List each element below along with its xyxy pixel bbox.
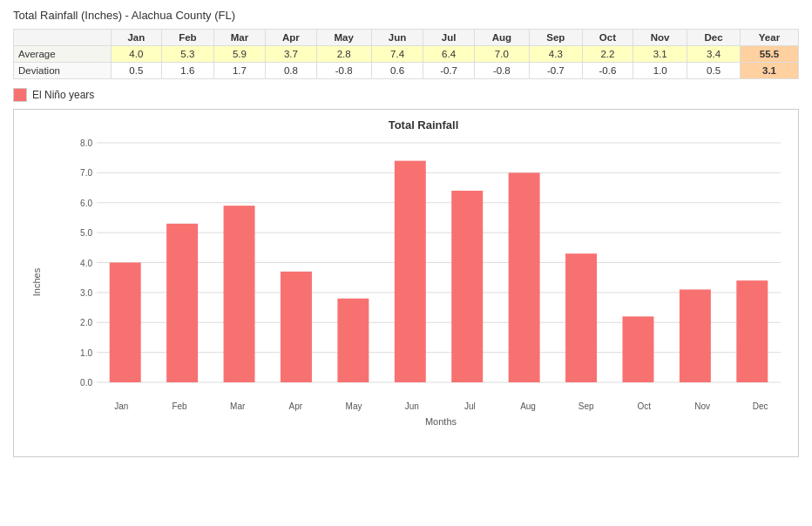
x-label-Aug: Aug [499, 401, 558, 411]
cell-9: -0.6 [582, 63, 633, 79]
bar-Dec [736, 280, 768, 382]
table-header-Feb: Feb [162, 30, 214, 46]
svg-text:6.0: 6.0 [80, 199, 92, 208]
table-header-Oct: Oct [582, 30, 633, 46]
cell-5: 0.6 [371, 63, 423, 79]
page-title: Total Rainfall (Inches) - Alachua County… [13, 9, 799, 22]
table-header-row: JanFebMarAprMayJunJulAugSepOctNovDecYear [14, 30, 799, 46]
bar-Apr [281, 272, 312, 382]
cell-5: 7.4 [371, 46, 423, 63]
x-labels-row: JanFebMarAprMayJunJulAugSepOctNovDec [92, 401, 789, 411]
cell-3: 0.8 [266, 63, 316, 79]
cell-3: 3.7 [266, 46, 316, 63]
cell-10: 1.0 [633, 63, 687, 79]
svg-text:1.0: 1.0 [80, 348, 92, 358]
x-label-Jan: Jan [92, 401, 151, 411]
table-header-Aug: Aug [474, 30, 529, 46]
cell-2: 5.9 [213, 46, 266, 63]
table-row-average: Average4.05.35.93.72.87.46.47.04.32.23.1… [14, 46, 799, 63]
table-header-Mar: Mar [213, 30, 266, 46]
table-header-label [14, 30, 112, 46]
bar-Aug [509, 172, 540, 382]
cell-6: 6.4 [423, 46, 474, 63]
cell-9: 2.2 [582, 46, 633, 63]
table-header-Jul: Jul [423, 30, 474, 46]
svg-text:8.0: 8.0 [80, 138, 92, 148]
x-label-Oct: Oct [615, 401, 673, 411]
cell-1: 1.6 [162, 63, 214, 79]
svg-text:4.0: 4.0 [80, 259, 92, 268]
x-label-Nov: Nov [673, 401, 732, 411]
svg-text:3.0: 3.0 [80, 288, 92, 298]
cell-8: -0.7 [529, 63, 582, 79]
cell-0: 4.0 [111, 46, 161, 63]
legend-label: El Niño years [32, 89, 94, 101]
chart-title: Total Rainfall [58, 118, 789, 132]
cell-2: 1.7 [213, 63, 266, 79]
bar-Feb [166, 224, 198, 382]
x-label-Jul: Jul [441, 401, 499, 411]
x-label-Dec: Dec [731, 401, 789, 411]
table-header-Sep: Sep [529, 30, 582, 46]
bar-Oct [622, 316, 653, 382]
bar-Nov [680, 289, 711, 382]
table-header-Jun: Jun [371, 30, 423, 46]
svg-text:7.0: 7.0 [80, 168, 92, 178]
x-label-Mar: Mar [208, 401, 267, 411]
cell-1: 5.3 [162, 46, 214, 63]
x-label-Jun: Jun [382, 401, 441, 411]
legend-color-box [13, 88, 27, 102]
cell-12: 3.1 [740, 63, 798, 79]
table-header-Year: Year [740, 30, 798, 46]
table-header-Nov: Nov [633, 30, 687, 46]
table-row-deviation: Deviation0.51.61.70.8-0.80.6-0.7-0.8-0.7… [14, 63, 799, 79]
legend: El Niño years [13, 88, 799, 102]
bar-Jan [110, 263, 141, 383]
cell-7: -0.8 [474, 63, 529, 79]
cell-4: 2.8 [316, 46, 371, 63]
bar-Jun [395, 161, 426, 382]
cell-10: 3.1 [633, 46, 687, 63]
table-body: Average4.05.35.93.72.87.46.47.04.32.23.1… [14, 46, 799, 79]
x-label-Sep: Sep [557, 401, 615, 411]
bar-Mar [224, 206, 255, 382]
table-header-Jan: Jan [111, 30, 161, 46]
row-label: Average [14, 46, 112, 63]
x-axis-label: Months [92, 416, 789, 427]
cell-7: 7.0 [474, 46, 529, 63]
bar-Sep [565, 253, 597, 382]
svg-text:5.0: 5.0 [80, 228, 92, 238]
table-header-Dec: Dec [687, 30, 741, 46]
cell-8: 4.3 [529, 46, 582, 63]
svg-text:0.0: 0.0 [80, 378, 92, 388]
table-header-May: May [316, 30, 371, 46]
cell-12: 55.5 [740, 46, 798, 63]
x-label-Apr: Apr [267, 401, 325, 411]
chart-svg: 0.01.02.03.04.05.06.07.08.0 [92, 138, 789, 400]
chart-container: Total Rainfall Inches 0.01.02.03.04.05.0… [13, 109, 799, 457]
bar-May [337, 299, 369, 382]
cell-11: 3.4 [687, 46, 741, 63]
x-label-Feb: Feb [151, 401, 209, 411]
row-label: Deviation [14, 63, 112, 79]
cell-6: -0.7 [423, 63, 474, 79]
cell-11: 0.5 [687, 63, 741, 79]
rainfall-table: JanFebMarAprMayJunJulAugSepOctNovDecYear… [13, 29, 799, 79]
cell-4: -0.8 [316, 63, 371, 79]
svg-text:2.0: 2.0 [80, 318, 92, 327]
table-header-Apr: Apr [266, 30, 316, 46]
y-axis-label: Inches [31, 268, 42, 296]
cell-0: 0.5 [111, 63, 161, 79]
x-label-May: May [325, 401, 383, 411]
bar-Jul [451, 191, 483, 382]
